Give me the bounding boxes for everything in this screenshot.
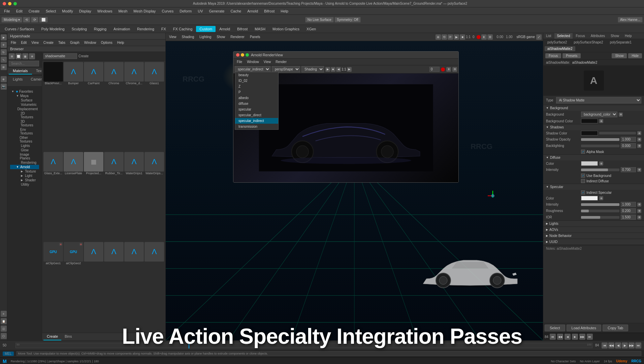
specular-intensity-slider[interactable] (581, 203, 619, 206)
hs-file[interactable]: File (9, 40, 18, 45)
render-frame-input[interactable] (429, 67, 440, 72)
icon-camera[interactable]: 📷 (1, 84, 7, 90)
tab-textures[interactable]: Textures (32, 68, 42, 74)
tree-displacement[interactable]: Displacement (10, 107, 39, 111)
hs-tabs[interactable]: Tabs (56, 40, 67, 45)
tab-materials[interactable]: Materials (9, 68, 32, 74)
menu-curves[interactable]: Curves (159, 8, 176, 14)
menu-edit[interactable]: Edit (13, 8, 25, 14)
vp-shading[interactable]: Shading (180, 35, 196, 39)
attr-tab-help[interactable]: Help (622, 33, 635, 39)
section-aovs-header[interactable]: ▶ AOVs (543, 227, 644, 233)
specular-color-swatch[interactable] (581, 196, 598, 201)
menu-display[interactable]: Display (76, 8, 94, 14)
node-tab-polysurface2[interactable]: polySurface2 (545, 40, 570, 45)
menu-generate[interactable]: Generate (206, 8, 227, 14)
diffuse-intensity-conn[interactable]: ⊕ (637, 168, 641, 172)
alpha-mask-checkbox[interactable]: ✓ (581, 150, 585, 154)
dd-specular[interactable]: specular (235, 107, 278, 112)
icon-select[interactable]: ▶ (1, 34, 7, 40)
tab-xgen[interactable]: XGen (303, 26, 319, 32)
tree-favorites[interactable]: ▼★ Favorites (10, 89, 39, 94)
dd-diffuse[interactable]: diffuse (235, 101, 278, 107)
icon-scale[interactable]: ⤡ (1, 57, 7, 63)
tree-arnold[interactable]: ▼ Arnold (10, 165, 39, 169)
shadow-color-swatch[interactable] (581, 131, 598, 135)
hs-icon-2[interactable]: ⬜ (15, 53, 22, 59)
icon-rotate[interactable]: ↻ (1, 49, 7, 55)
icon-snap[interactable]: ⊕ (1, 76, 7, 82)
menu-deform[interactable]: Deform (177, 8, 194, 14)
section-diffuse-header[interactable]: ▼ Diffuse (543, 155, 644, 160)
material-mat3[interactable]: Λ (124, 242, 144, 331)
vp-show[interactable]: Show (215, 35, 227, 39)
expand-vp-btn[interactable]: ⤢ (536, 34, 542, 40)
show-btn[interactable]: Show (612, 53, 627, 58)
menu-create[interactable]: Create (26, 8, 42, 14)
hide-btn[interactable]: Hide (628, 53, 642, 58)
section-node-behavior-header[interactable]: ▶ Node Behavior (543, 233, 644, 239)
menu-modify[interactable]: Modify (59, 8, 75, 14)
tab-rigging[interactable]: Rigging (91, 26, 110, 32)
render-prev-btn[interactable]: ◀ (336, 67, 341, 72)
material-chrome-d[interactable]: Λ Chrome_d... (124, 62, 144, 151)
material-bumper[interactable]: Λ Bumper (64, 62, 83, 151)
tree-3d-textures[interactable]: 3D Textures (10, 119, 39, 127)
hs-help[interactable]: Help (115, 40, 126, 45)
render-render-menu[interactable]: Render (273, 59, 289, 64)
roughness-slider[interactable] (581, 210, 619, 212)
tab-bifrost[interactable]: Bifrost (234, 26, 251, 32)
specular-intensity-input[interactable] (621, 202, 636, 207)
specular-intensity-conn[interactable]: ⊕ (637, 203, 641, 207)
render-min-btn[interactable] (241, 53, 244, 57)
toolbar-icon-2[interactable]: ⟳ (31, 17, 38, 23)
tree-image-planes[interactable]: Image Planes (10, 152, 39, 160)
hs-view[interactable]: View (29, 40, 41, 45)
dd-specular-direct[interactable]: specular_direct (235, 112, 278, 118)
render-file-menu[interactable]: File (235, 59, 244, 64)
dd-albedo[interactable]: albedo (235, 95, 278, 101)
max-btn[interactable] (13, 2, 17, 5)
vp-lighting[interactable]: Lighting (197, 35, 213, 39)
render-play-btn[interactable]: ▶ (325, 67, 330, 72)
vp-renderer[interactable]: Renderer (228, 35, 247, 39)
tree-2d-textures[interactable]: 2D Textures (10, 111, 39, 119)
material-projected[interactable]: ◼ Projected... (84, 152, 103, 241)
toolbar-icon-1[interactable]: ⟲ (23, 17, 30, 23)
diffuse-intensity-slider[interactable] (581, 169, 619, 171)
render-max-btn[interactable] (246, 53, 249, 57)
tab-custom[interactable]: Custom (196, 26, 216, 32)
indirect-diffuse-checkbox[interactable] (581, 179, 585, 183)
menu-bifrost[interactable]: Bifrost (261, 8, 277, 14)
backlighting-conn[interactable]: ⊕ (637, 144, 641, 148)
roughness-input[interactable] (621, 208, 636, 213)
tree-volumetric[interactable]: Volumetric (10, 102, 39, 107)
mel-input[interactable] (17, 351, 641, 356)
render-next-btn[interactable]: ▶ (347, 67, 352, 72)
min-btn[interactable] (8, 2, 11, 5)
hs-icon-1[interactable]: ⊞ (9, 53, 15, 59)
tree-surface[interactable]: Surface (10, 98, 39, 102)
search-input[interactable] (9, 61, 39, 66)
render-stop-btn[interactable]: ■ (331, 67, 335, 72)
attr-tab-list[interactable]: List (543, 33, 554, 39)
menu-cache[interactable]: Cache (228, 8, 244, 14)
attr-tab-focus[interactable]: Focus (573, 33, 588, 39)
vp-icon-2[interactable]: ⟲ (442, 34, 447, 40)
dd-z[interactable]: Z (235, 84, 278, 89)
icon-ch[interactable]: 📋 (1, 318, 7, 324)
tab-fx-caching[interactable]: FX Caching (170, 26, 196, 32)
menu-mesh[interactable]: Mesh (116, 8, 130, 14)
shadow-opacity-slider[interactable] (581, 138, 619, 141)
hs-graph[interactable]: Graph (68, 40, 82, 45)
tree-shader[interactable]: ▶ Shader (10, 178, 39, 182)
material-mat2[interactable]: Λ (104, 242, 124, 331)
shadow-opacity-input[interactable] (621, 137, 636, 142)
shading-dropdown[interactable]: Shading (301, 66, 324, 72)
specular-color-conn[interactable]: ⊕ (599, 196, 603, 200)
render-view-menu[interactable]: View (262, 59, 273, 64)
menu-windows[interactable]: Windows (95, 8, 115, 14)
diffuse-intensity-input[interactable] (621, 167, 636, 172)
ior-conn[interactable]: ⊕ (637, 215, 641, 219)
ior-input[interactable] (621, 215, 636, 220)
